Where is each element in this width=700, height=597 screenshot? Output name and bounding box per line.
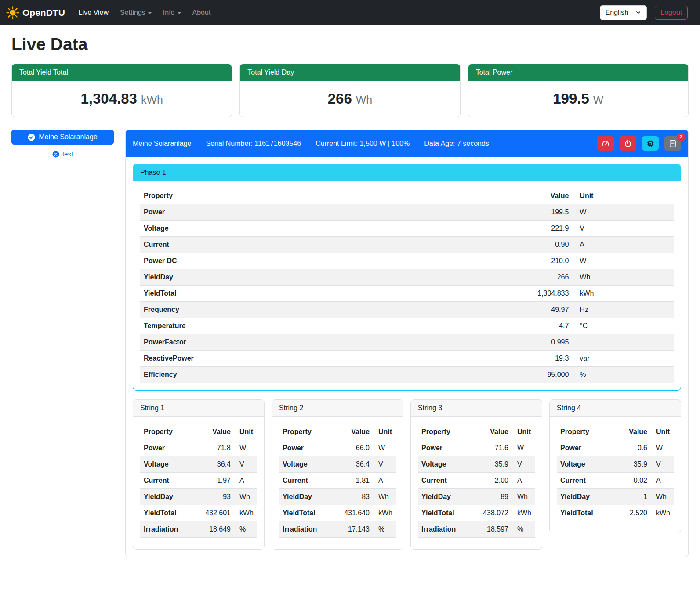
- nav-about[interactable]: About: [187, 5, 217, 20]
- summary-value: 266: [328, 90, 352, 107]
- string-card-body: Property Value Unit Power71.8WVoltage36.…: [133, 417, 264, 549]
- inverter-select-button[interactable]: Meine Solaranlage: [11, 130, 114, 145]
- column-value: Value: [332, 424, 373, 440]
- property-unit: A: [572, 237, 674, 253]
- property-name: YieldTotal: [140, 505, 193, 521]
- property-unit: %: [512, 521, 535, 538]
- property-value: 221.9: [399, 221, 572, 237]
- brand-label: OpenDTU: [22, 7, 65, 18]
- property-value: 71.6: [471, 440, 512, 456]
- property-value: 36.4: [332, 456, 373, 473]
- table-row: YieldDay83Wh: [279, 489, 396, 505]
- property-value: 93: [193, 489, 234, 505]
- string-card-title: String 3: [411, 400, 542, 417]
- property-name: Power DC: [140, 253, 399, 269]
- column-unit: Unit: [234, 424, 257, 440]
- property-name: Voltage: [418, 456, 471, 473]
- column-value: Value: [399, 188, 572, 204]
- property-unit: A: [512, 473, 535, 489]
- property-name: Irradiation: [418, 521, 471, 538]
- property-unit: [572, 334, 674, 351]
- table-row: YieldDay93Wh: [140, 489, 257, 505]
- inverter-card: Meine Solaranlage Serial Number: 1161716…: [125, 130, 689, 557]
- table-row: Voltage221.9V: [140, 221, 674, 237]
- table-row: Voltage35.9V: [557, 456, 674, 473]
- property-name: YieldDay: [557, 489, 614, 505]
- string-card-3: String 3 Property Value Unit: [410, 399, 542, 550]
- logout-button[interactable]: Logout: [655, 6, 688, 20]
- column-unit: Unit: [512, 424, 535, 440]
- device-info-button[interactable]: [642, 136, 659, 151]
- property-unit: %: [572, 367, 674, 383]
- table-row: Voltage36.4V: [279, 456, 396, 473]
- table-row: Irradiation17.143%: [279, 521, 396, 538]
- property-value: 2.520: [614, 505, 651, 521]
- property-name: Frequency: [140, 302, 399, 318]
- property-unit: A: [373, 473, 396, 489]
- property-value: 19.3: [399, 351, 572, 367]
- summary-card-body: 199.5W: [468, 81, 688, 117]
- power-settings-button[interactable]: [620, 136, 636, 151]
- gauge-icon: [602, 140, 609, 148]
- property-name: Efficiency: [140, 367, 399, 383]
- property-value: 0.995: [399, 334, 572, 351]
- string-card-2: String 2 Property Value Unit: [272, 399, 403, 550]
- property-unit: kWh: [651, 505, 674, 521]
- property-unit: kWh: [512, 505, 535, 521]
- table-row: Power DC210.0W: [140, 253, 674, 269]
- string-card-body: Property Value Unit Power71.6WVoltage35.…: [411, 417, 542, 549]
- brand[interactable]: OpenDTU: [6, 6, 65, 19]
- property-value: 438.072: [471, 505, 512, 521]
- nav-info[interactable]: Info: [157, 5, 187, 20]
- summary-row: Total Yield Total 1,304.83kWh Total Yiel…: [11, 64, 689, 117]
- phase-card-body: Property Value Unit Power199.5WVoltage22…: [133, 181, 681, 390]
- content-row: Meine Solaranlage test Meine Solaranlage…: [11, 130, 689, 557]
- nav-settings-label: Settings: [120, 9, 145, 17]
- phase-table: Property Value Unit Power199.5WVoltage22…: [140, 188, 674, 383]
- string-card-1: String 1 Property Value Unit: [133, 399, 265, 550]
- nav-live-view[interactable]: Live View: [73, 5, 114, 20]
- phase-card: Phase 1 Property Value Unit Power199.5WV…: [133, 164, 681, 391]
- property-unit: kWh: [373, 505, 396, 521]
- summary-card-total-power: Total Power 199.5W: [468, 64, 689, 117]
- table-row: YieldTotal2.520kWh: [557, 505, 674, 521]
- table-row: Voltage35.9V: [418, 456, 535, 473]
- table-header-row: Property Value Unit: [418, 424, 535, 440]
- summary-unit: kWh: [141, 94, 163, 106]
- property-value: 0.90: [399, 237, 572, 253]
- property-name: Current: [557, 473, 614, 489]
- property-name: Power: [418, 440, 471, 456]
- property-unit: Hz: [572, 302, 674, 318]
- property-unit: V: [651, 456, 674, 473]
- property-unit: °C: [572, 318, 674, 334]
- property-unit: V: [512, 456, 535, 473]
- property-unit: W: [651, 440, 674, 456]
- caret-down-icon: [148, 12, 152, 14]
- property-unit: Wh: [234, 489, 257, 505]
- property-name: Voltage: [140, 221, 399, 237]
- string-card-body: Property Value Unit Power66.0WVoltage36.…: [272, 417, 403, 549]
- strings-row: String 1 Property Value Unit: [133, 399, 681, 550]
- table-row: YieldTotal432.601kWh: [140, 505, 257, 521]
- property-unit: W: [234, 440, 257, 456]
- nav-settings[interactable]: Settings: [114, 5, 157, 20]
- property-value: 4.7: [399, 318, 572, 334]
- summary-card-title: Total Power: [468, 64, 688, 81]
- property-name: YieldTotal: [418, 505, 471, 521]
- column-unit: Unit: [373, 424, 396, 440]
- cpu-icon: [646, 140, 654, 148]
- language-select[interactable]: English: [600, 5, 647, 20]
- event-log-button[interactable]: 2: [664, 136, 681, 151]
- property-name: PowerFactor: [140, 334, 399, 351]
- inverter-actions: 2: [597, 136, 681, 151]
- property-unit: W: [572, 253, 674, 269]
- table-row: Frequency49.97Hz: [140, 302, 674, 318]
- property-name: Current: [279, 473, 332, 489]
- property-name: Voltage: [279, 456, 332, 473]
- limit-settings-button[interactable]: [597, 136, 614, 151]
- inverter-select-label: Meine Solaranlage: [39, 133, 97, 141]
- property-name: ReactivePower: [140, 351, 399, 367]
- property-value: 36.4: [193, 456, 234, 473]
- summary-card-title: Total Yield Total: [12, 64, 232, 81]
- sidebar-tag-test[interactable]: test: [11, 150, 114, 158]
